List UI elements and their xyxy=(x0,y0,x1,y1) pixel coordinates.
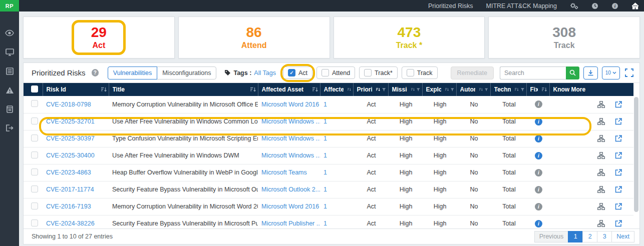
asset-link[interactable]: Microsoft Teams xyxy=(261,169,307,176)
risk-id-link[interactable]: CVE-2016-7193 xyxy=(46,203,91,210)
sitemap-icon[interactable] xyxy=(597,220,605,227)
external-link-icon[interactable] xyxy=(615,135,622,142)
search-input[interactable] xyxy=(500,66,566,80)
affected-count-link[interactable]: 1 xyxy=(324,169,327,176)
settings-gears-icon[interactable] xyxy=(570,2,578,10)
external-link-icon[interactable] xyxy=(615,101,622,108)
card-track-star[interactable]: 473 Track * xyxy=(334,16,485,58)
table-row[interactable]: CVE-2023-4863 Heap Buffer Overflow Vulne… xyxy=(24,164,633,181)
filter-funnel-icon[interactable] xyxy=(382,88,386,92)
remediate-button[interactable]: Remediate xyxy=(451,66,494,80)
external-link-icon[interactable] xyxy=(615,220,622,227)
risk-id-link[interactable]: CVE-2023-4863 xyxy=(46,169,91,176)
asset-link[interactable]: Microsoft Word 2016 xyxy=(261,101,319,108)
affected-count-link[interactable]: 1 xyxy=(324,101,327,108)
col-technique[interactable]: Techni... xyxy=(490,83,526,96)
sort-icon[interactable] xyxy=(348,87,351,92)
download-button[interactable] xyxy=(583,66,598,80)
sort-icon[interactable] xyxy=(445,87,449,92)
table-row[interactable]: CVE-2018-0798 Memory Corruption Vulnerab… xyxy=(24,96,633,113)
col-exploitability[interactable]: Exploi... xyxy=(422,83,456,96)
sitemap-icon[interactable] xyxy=(597,203,605,210)
sort-icon-active[interactable] xyxy=(376,87,380,92)
affected-count-link[interactable]: 1 xyxy=(324,118,327,125)
risk-id-link[interactable]: CVE-2024-38226 xyxy=(46,220,95,227)
app-logo[interactable]: RP xyxy=(0,0,19,12)
col-mission-risk[interactable]: Missio... xyxy=(388,83,422,96)
filter-funnel-icon[interactable] xyxy=(485,88,488,92)
filter-funnel-icon[interactable] xyxy=(521,88,524,92)
sort-icon[interactable] xyxy=(515,87,519,92)
fix-info-icon[interactable]: i xyxy=(535,220,542,228)
page-button[interactable]: 1 xyxy=(568,231,583,242)
row-checkbox[interactable] xyxy=(31,220,38,226)
risk-id-link[interactable]: CVE-2018-0798 xyxy=(46,101,91,108)
search-button[interactable] xyxy=(566,66,579,80)
fix-info-icon[interactable]: i xyxy=(535,135,542,142)
filter-track-star[interactable]: Track* xyxy=(359,66,398,79)
sitemap-icon[interactable] xyxy=(597,101,605,108)
vertical-scrollbar[interactable] xyxy=(634,97,638,212)
all-tags-link[interactable]: All Tags xyxy=(254,70,276,76)
sort-icon[interactable] xyxy=(250,87,256,92)
warning-triangle-icon[interactable] xyxy=(0,80,19,100)
col-fix[interactable]: Fix xyxy=(526,83,549,96)
table-row[interactable]: CVE-2017-11774 Security Feature Bypass V… xyxy=(24,181,633,198)
sign-out-icon[interactable] xyxy=(0,118,19,138)
col-automatable[interactable]: Autom... xyxy=(456,83,490,96)
clock-icon[interactable] xyxy=(591,2,598,10)
affected-count-link[interactable]: 1 xyxy=(324,152,327,159)
sort-icon[interactable] xyxy=(411,87,415,92)
page-size-select[interactable]: 10 xyxy=(602,66,620,80)
filter-attend[interactable]: Attend xyxy=(316,66,355,79)
asset-link[interactable]: Microsoft Publisher ... xyxy=(261,220,320,227)
external-link-icon[interactable] xyxy=(615,152,622,159)
sort-icon[interactable] xyxy=(542,87,547,92)
monitor-icon[interactable] xyxy=(0,42,19,62)
filter-track[interactable]: Track xyxy=(402,66,438,79)
sitemap-icon[interactable] xyxy=(597,169,605,176)
sort-icon[interactable] xyxy=(479,87,483,92)
card-attend[interactable]: 86 Attend xyxy=(178,16,330,58)
filter-funnel-icon[interactable] xyxy=(417,88,420,92)
row-checkbox[interactable] xyxy=(31,100,38,107)
external-link-icon[interactable] xyxy=(615,186,622,193)
fix-info-icon[interactable]: i xyxy=(535,118,542,126)
risk-id-link[interactable]: CVE-2025-30397 xyxy=(46,135,95,142)
row-checkbox[interactable] xyxy=(31,168,38,176)
risk-id-link[interactable]: CVE-2025-32701 xyxy=(46,118,95,125)
fix-info-icon[interactable]: i xyxy=(535,169,542,176)
sort-icon[interactable] xyxy=(101,87,107,92)
affected-count-link[interactable]: 1 xyxy=(324,220,327,227)
sitemap-icon[interactable] xyxy=(597,152,605,159)
table-row[interactable]: CVE-2025-30397 Type Confusion Vulnerabil… xyxy=(24,130,633,147)
fix-info-icon[interactable]: i xyxy=(535,203,542,210)
help-icon[interactable]: ? xyxy=(92,69,99,76)
external-link-icon[interactable] xyxy=(615,169,622,176)
row-checkbox[interactable] xyxy=(31,152,38,158)
attend-checkbox[interactable] xyxy=(321,69,329,76)
fix-info-icon[interactable]: i xyxy=(535,152,542,160)
card-track[interactable]: 308 Track xyxy=(488,16,640,58)
eye-icon[interactable] xyxy=(0,24,19,42)
track-checkbox[interactable] xyxy=(407,69,414,76)
info-icon[interactable]: i xyxy=(611,2,618,10)
list-report-icon[interactable] xyxy=(0,62,19,80)
table-row[interactable]: CVE-2016-7193 Memory Corruption Vulnerab… xyxy=(24,198,633,215)
table-row[interactable]: CVE-2025-30400 Use After Free Vulnerabil… xyxy=(24,147,633,164)
sort-icon[interactable] xyxy=(312,87,318,92)
page-button[interactable]: Next xyxy=(611,231,634,242)
asset-link[interactable]: Microsoft Windows ... xyxy=(261,152,320,159)
row-checkbox[interactable] xyxy=(31,186,38,192)
affected-count-link[interactable]: 1 xyxy=(324,186,327,193)
external-link-icon[interactable] xyxy=(615,118,622,125)
col-priority[interactable]: Priority xyxy=(353,83,388,96)
tab-misconfigurations[interactable]: Misconfigurations xyxy=(157,66,216,80)
row-checkbox[interactable] xyxy=(31,134,38,142)
sitemap-icon[interactable] xyxy=(597,135,605,142)
page-button[interactable]: 3 xyxy=(597,231,612,242)
row-checkbox[interactable] xyxy=(31,202,38,210)
table-row[interactable]: CVE-2024-38226 Security Feature Bypass V… xyxy=(24,215,633,228)
fix-info-icon[interactable]: i xyxy=(535,100,542,108)
asset-link[interactable]: Microsoft Windows ... xyxy=(261,118,320,125)
